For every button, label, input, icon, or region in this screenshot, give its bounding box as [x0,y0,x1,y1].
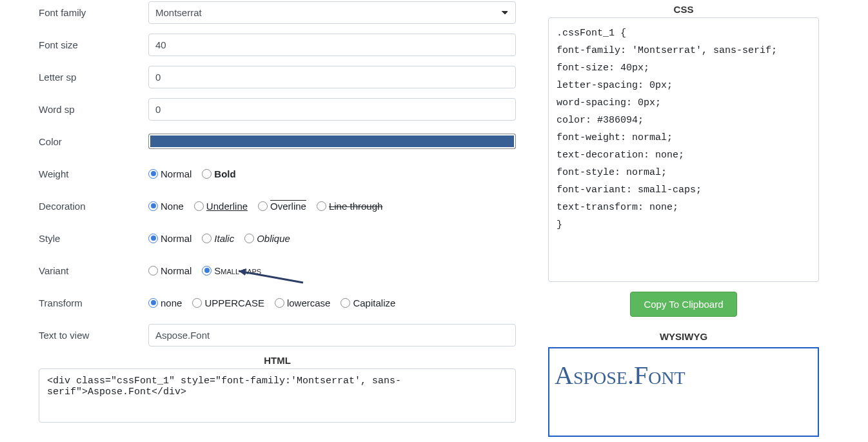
style-label: Style [39,233,148,244]
css-heading: CSS [548,4,819,15]
letter-spacing-input[interactable] [148,66,516,88]
weight-bold-radio[interactable]: Bold [202,168,235,179]
radio-label: Small caps [214,265,261,276]
text-to-view-label: Text to view [39,330,148,341]
variant-label: Variant [39,265,148,276]
weight-normal-radio[interactable]: Normal [148,168,192,179]
radio-label: lowercase [287,297,331,308]
preview-text: Aspose.Font [555,360,813,390]
decoration-linethrough-radio[interactable]: Line through [317,201,382,212]
css-output-textarea[interactable] [548,17,819,282]
radio-label: Normal [161,265,192,276]
decoration-none-radio[interactable]: None [148,201,184,212]
transform-lowercase-radio[interactable]: lowercase [275,297,331,308]
color-label: Color [39,136,148,147]
radio-label: Underline [206,201,248,212]
radio-label: Capitalize [353,297,395,308]
radio-label: Overline [270,201,306,212]
radio-label: none [161,297,182,308]
radio-label: Normal [161,168,192,179]
decoration-label: Decoration [39,201,148,212]
style-italic-radio[interactable]: Italic [202,233,234,244]
weight-label: Weight [39,168,148,179]
word-spacing-input[interactable] [148,98,516,121]
font-size-input[interactable] [148,34,516,56]
html-output-textarea[interactable] [39,368,516,423]
radio-label: None [161,201,184,212]
decoration-overline-radio[interactable]: Overline [258,201,306,212]
radio-label: UPPERCASE [204,297,264,308]
font-size-label: Font size [39,39,148,50]
radio-label: Bold [214,168,235,179]
letter-spacing-label: Letter sp [39,72,148,83]
radio-label: Normal [161,233,192,244]
variant-smallcaps-radio[interactable]: Small caps [202,265,261,276]
color-picker[interactable] [148,134,516,149]
transform-label: Transform [39,297,148,308]
word-spacing-label: Word sp [39,104,148,115]
wysiwyg-heading: WYSIWYG [548,331,819,342]
style-oblique-radio[interactable]: Oblique [244,233,290,244]
style-normal-radio[interactable]: Normal [148,233,192,244]
radio-label: Oblique [257,233,290,244]
copy-to-clipboard-button[interactable]: Copy To Clipboard [630,292,736,317]
html-heading: HTML [39,355,516,366]
radio-label: Italic [214,233,234,244]
transform-capitalize-radio[interactable]: Capitalize [340,297,395,308]
variant-normal-radio[interactable]: Normal [148,265,192,276]
decoration-underline-radio[interactable]: Underline [194,201,248,212]
transform-uppercase-radio[interactable]: UPPERCASE [192,297,264,308]
font-family-select[interactable]: Montserrat [148,1,516,24]
wysiwyg-preview: Aspose.Font [548,347,819,437]
font-family-label: Font family [39,7,148,18]
transform-none-radio[interactable]: none [148,297,182,308]
radio-label: Line through [329,201,382,212]
text-to-view-input[interactable] [148,324,516,347]
